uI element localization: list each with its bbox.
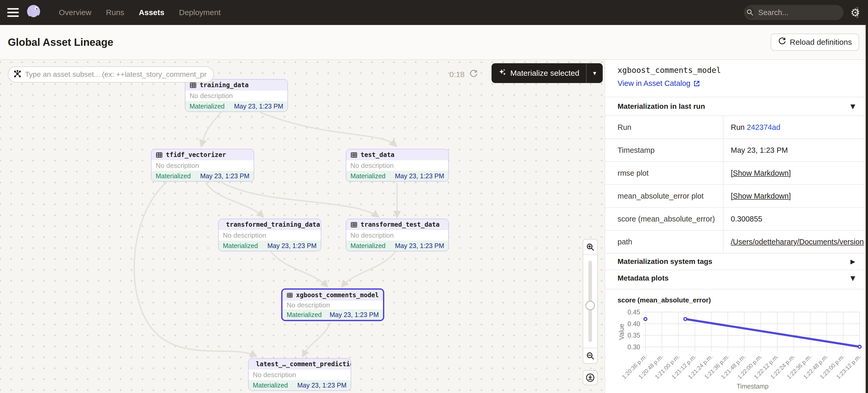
- asset-node-tfidf-vectorizer[interactable]: tfidf_vectorizer No description Material…: [151, 149, 254, 182]
- asset-lineage-graph[interactable]: 0:18 Materialize selected ▾: [0, 60, 604, 393]
- row-value: [Show Markdown]: [723, 185, 866, 207]
- row-label: mean_absolute_error plot: [605, 185, 723, 207]
- run-prefix: Run: [731, 123, 747, 132]
- asset-description: No description: [185, 91, 287, 101]
- materialization-time[interactable]: May 23, 1:23 PM: [200, 172, 249, 180]
- chevron-down-icon: ▼: [850, 274, 855, 282]
- nav-item-overview[interactable]: Overview: [59, 8, 91, 17]
- materialization-time[interactable]: May 23, 1:23 PM: [330, 311, 379, 319]
- dagster-logo-icon[interactable]: [26, 4, 42, 21]
- asset-name: tfidf_vectorizer: [166, 151, 226, 159]
- asset-graph-icon: [13, 70, 21, 79]
- asset-subset-input[interactable]: [25, 70, 208, 78]
- materialize-label: Materialize selected: [510, 69, 579, 77]
- show-markdown-link[interactable]: [Show Markdown]: [731, 169, 791, 177]
- asset-name: xgboost_comments_model: [296, 292, 379, 299]
- svg-text:Value: Value: [618, 324, 625, 340]
- table-row-mae-plot: mean_absolute_error plot [Show Markdown]: [605, 184, 866, 207]
- run-id-link[interactable]: 242374ad: [747, 123, 780, 132]
- nav-item-runs[interactable]: Runs: [106, 8, 124, 17]
- asset-name: latest_…_comment_predictions: [256, 360, 351, 368]
- section-label: Materialization in last run: [618, 102, 705, 110]
- global-search[interactable]: /: [744, 5, 843, 20]
- asset-node-transformed-test-data[interactable]: transformed_test_data No description Mat…: [346, 219, 449, 252]
- asset-description: No description: [249, 369, 351, 380]
- table-row-score: score (mean_absolute_error) 0.300855: [605, 207, 866, 230]
- zoom-out-button[interactable]: [583, 348, 597, 363]
- table-row-timestamp: Timestamp May 23, 1:23 PM: [605, 138, 866, 161]
- node-header: xgboost_comments_model: [282, 290, 383, 301]
- node-header: transformed_training_data: [219, 219, 321, 230]
- catalog-link-label: View in Asset Catalog: [618, 79, 690, 88]
- refresh-countdown: 0:18: [450, 70, 464, 79]
- asset-description: No description: [346, 160, 448, 171]
- status-badge: Materialized: [287, 311, 322, 319]
- chevron-down-icon: ▼: [850, 103, 855, 110]
- asset-description: No description: [282, 301, 383, 309]
- asset-node-training-data[interactable]: training_data No description Materialize…: [185, 79, 288, 112]
- svg-text:Timestamp: Timestamp: [737, 383, 769, 390]
- show-markdown-link[interactable]: [Show Markdown]: [731, 192, 791, 200]
- asset-node-transformed-training-data[interactable]: transformed_training_data No description…: [218, 219, 321, 252]
- node-header: tfidf_vectorizer: [152, 150, 254, 160]
- section-label: Materialization system tags: [618, 257, 712, 266]
- node-footer: Materialized May 23, 1:23 PM: [346, 171, 448, 181]
- search-icon: [746, 6, 754, 19]
- row-label: Timestamp: [605, 139, 723, 161]
- reload-definitions-button[interactable]: Reload definitions: [771, 34, 860, 51]
- chevron-down-icon: ▾: [593, 69, 596, 77]
- asset-node-latest-comment-predictions[interactable]: latest_…_comment_predictions No descript…: [248, 358, 351, 391]
- asset-node-test-data[interactable]: test_data No description Materialized Ma…: [346, 149, 449, 182]
- svg-text:0.40: 0.40: [627, 320, 640, 327]
- node-footer: Materialized May 23, 1:23 PM: [249, 380, 351, 390]
- materialization-time[interactable]: May 23, 1:23 PM: [297, 382, 346, 389]
- search-input[interactable]: [754, 8, 856, 17]
- materialize-selected-button[interactable]: Materialize selected ▾: [492, 63, 603, 83]
- node-header: test_data: [346, 150, 448, 160]
- gear-icon[interactable]: ⚙: [850, 6, 860, 19]
- zoom-controls: [583, 239, 598, 364]
- row-value: Run 242374ad: [723, 116, 866, 138]
- status-badge: Materialized: [223, 242, 258, 250]
- asset-subset-filter[interactable]: [8, 66, 214, 83]
- table-icon: [156, 152, 163, 159]
- zoom-slider[interactable]: [583, 255, 597, 348]
- asset-name: training_data: [200, 81, 249, 89]
- section-materialization-system-tags[interactable]: Materialization system tags ▶: [605, 253, 866, 270]
- view-in-asset-catalog-link[interactable]: View in Asset Catalog: [618, 79, 700, 88]
- row-label: score (mean_absolute_error): [605, 208, 723, 230]
- node-footer: Materialized May 23, 1:23 PM: [346, 240, 448, 251]
- row-label: path: [605, 231, 723, 253]
- status-badge: Materialized: [350, 242, 385, 250]
- top-nav: Overview Runs Assets Deployment / ⚙: [0, 0, 868, 25]
- zoom-slider-handle[interactable]: [586, 301, 595, 310]
- asset-detail-panel: xgboost_comments_model View in Asset Cat…: [604, 60, 866, 393]
- asset-description: No description: [346, 230, 448, 240]
- nav-item-deployment[interactable]: Deployment: [179, 8, 220, 17]
- node-footer: Materialized May 23, 1:23 PM: [185, 101, 287, 111]
- asset-node-xgboost-comments-model[interactable]: xgboost_comments_model No description Ma…: [281, 288, 384, 321]
- download-image-button[interactable]: [583, 370, 598, 385]
- hamburger-menu-icon[interactable]: [7, 8, 19, 17]
- materialization-time[interactable]: May 23, 1:23 PM: [234, 103, 283, 110]
- row-label: rmse plot: [605, 162, 723, 184]
- table-icon: [189, 82, 196, 89]
- materialization-time[interactable]: May 23, 1:23 PM: [268, 242, 317, 250]
- nav-item-assets[interactable]: Assets: [139, 8, 164, 17]
- section-label: Metadata plots: [618, 274, 669, 283]
- section-materialization-in-last-run[interactable]: Materialization in last run ▼: [605, 97, 866, 116]
- materialize-dropdown-toggle[interactable]: ▾: [586, 63, 603, 83]
- zoom-in-button[interactable]: [583, 239, 597, 255]
- row-value: /Users/odetteharary/Documents/version: [723, 231, 866, 253]
- path-link[interactable]: /Users/odetteharary/Documents/version: [731, 238, 864, 246]
- zoom-out-icon: [586, 351, 595, 360]
- status-badge: Materialized: [253, 382, 288, 389]
- node-footer: Materialized May 23, 1:23 PM: [219, 240, 321, 251]
- materialization-time[interactable]: May 23, 1:23 PM: [395, 172, 444, 180]
- svg-text:0.45: 0.45: [627, 308, 640, 316]
- section-metadata-plots[interactable]: Metadata plots ▼: [605, 270, 866, 286]
- materialization-time[interactable]: May 23, 1:23 PM: [395, 242, 444, 250]
- row-label: Run: [605, 116, 723, 138]
- status-badge: Materialized: [350, 172, 385, 180]
- refresh-icon[interactable]: [469, 69, 478, 79]
